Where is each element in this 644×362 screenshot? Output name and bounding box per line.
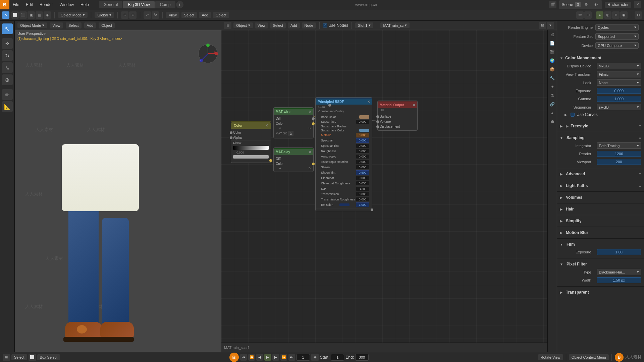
- particles-icon[interactable]: ✦: [549, 83, 556, 90]
- scene-settings-btn[interactable]: ⚙: [583, 1, 590, 8]
- vp-view-menu[interactable]: View: [50, 22, 63, 28]
- view-layer-icon[interactable]: 📄: [549, 40, 556, 47]
- view-transform-dropdown[interactable]: Filmic ▾: [597, 71, 641, 77]
- freestyle-header[interactable]: ▶ ▶ Freestyle ≡: [560, 122, 641, 130]
- end-frame-input[interactable]: [355, 354, 369, 361]
- constraints-icon[interactable]: 🔗: [549, 101, 556, 108]
- hair-header[interactable]: ▶ Hair: [560, 205, 641, 213]
- select-bottom-btn[interactable]: Select: [11, 354, 27, 360]
- node-header-icon[interactable]: ⊞: [224, 22, 231, 29]
- gizmo-btn[interactable]: ⊟: [635, 11, 642, 19]
- object-menu[interactable]: Object: [213, 12, 229, 18]
- node-icon-1[interactable]: ⊡: [539, 22, 546, 29]
- start-frame-input[interactable]: [331, 354, 344, 361]
- node-add-btn[interactable]: Add: [288, 22, 300, 28]
- physics-icon[interactable]: ⚗: [549, 92, 556, 99]
- use-curves-checkbox[interactable]: [571, 113, 575, 117]
- object-props-icon[interactable]: 📦: [549, 66, 556, 73]
- use-curves-arrow[interactable]: ▶: [565, 113, 567, 117]
- tab-general[interactable]: General: [99, 1, 123, 8]
- use-nodes-checkbox[interactable]: [323, 23, 327, 27]
- move-btn[interactable]: ⤢: [144, 11, 151, 19]
- view-menu[interactable]: View: [166, 12, 179, 18]
- vp-select-menu[interactable]: Select: [66, 22, 82, 28]
- prev-frame-btn[interactable]: ◀: [256, 354, 263, 361]
- modifier-icon[interactable]: 🔧: [549, 74, 556, 82]
- viewport-samples-value[interactable]: 200: [597, 159, 641, 165]
- display-device-dropdown[interactable]: sRGB ▾: [597, 63, 641, 69]
- exposure-value[interactable]: 0.000: [597, 88, 641, 94]
- timeline-icon[interactable]: ⊞: [3, 354, 10, 361]
- sequencer-dropdown[interactable]: sRGB ▾: [597, 104, 641, 110]
- tab-big3dview[interactable]: Big 3D View: [123, 1, 154, 8]
- topbar-close-btn[interactable]: ✕: [634, 1, 641, 8]
- node-node-btn[interactable]: Node: [302, 22, 316, 28]
- device-dropdown[interactable]: GPU Compute ▾: [595, 42, 639, 49]
- render-engine-dropdown[interactable]: Cycles ▾: [595, 24, 639, 31]
- select-tool-btn[interactable]: ↖: [2, 11, 9, 19]
- transform-dropdown[interactable]: Global ▾: [95, 12, 114, 18]
- menu-file[interactable]: File: [9, 0, 22, 9]
- material-icon[interactable]: ⬟: [549, 118, 556, 125]
- node-select-btn[interactable]: Select: [270, 22, 286, 28]
- viewport-mode-1[interactable]: ⬜: [11, 11, 19, 19]
- select-menu[interactable]: Select: [181, 12, 197, 18]
- viewport-mode-3[interactable]: ▣: [28, 11, 35, 19]
- add-workspace-btn[interactable]: +: [176, 1, 183, 8]
- prop-edit-btn[interactable]: ⊙: [129, 11, 137, 19]
- pf-type-dropdown[interactable]: Blackman-Har... ▾: [597, 269, 641, 275]
- snap-btn[interactable]: ⊕: [121, 11, 128, 19]
- menu-edit[interactable]: Edit: [22, 0, 36, 9]
- viewport-mode-2[interactable]: ⬛: [19, 11, 27, 19]
- rotate-btn[interactable]: ↻: [152, 11, 159, 19]
- scale-tool[interactable]: ⤡: [2, 62, 13, 73]
- prev-keyframe-btn[interactable]: ⏪: [248, 354, 255, 361]
- film-exposure-value[interactable]: 1.00: [597, 249, 641, 255]
- next-frame-btn[interactable]: ▶: [272, 354, 279, 361]
- jump-start-btn[interactable]: ⏮: [240, 354, 247, 361]
- tab-comp[interactable]: Comp: [155, 1, 175, 8]
- menu-render[interactable]: Render: [36, 0, 56, 9]
- slot-dropdown[interactable]: Slot 1 ▾: [355, 22, 373, 28]
- jump-end-btn[interactable]: ⏭: [288, 354, 295, 361]
- pf-width-value[interactable]: 1.50 px: [597, 277, 641, 283]
- scene-view-btn[interactable]: 👁: [592, 1, 599, 8]
- wireframe-btn[interactable]: ◎: [604, 11, 611, 19]
- node-object-dd[interactable]: Object ▾: [233, 22, 253, 28]
- vp-object-menu[interactable]: Object: [99, 22, 115, 28]
- color-management-header[interactable]: ▼ Color Management: [560, 54, 641, 62]
- world-props-icon[interactable]: 🌍: [549, 57, 556, 64]
- menu-help[interactable]: Help: [77, 0, 92, 9]
- menu-window[interactable]: Window: [56, 0, 77, 9]
- data-props-icon[interactable]: ▲: [549, 109, 556, 117]
- mat-dropdown[interactable]: MAT-rain_sc ▾: [380, 22, 410, 28]
- advanced-header[interactable]: ▶ Advanced ≡: [560, 170, 641, 178]
- add-menu[interactable]: Add: [199, 12, 211, 18]
- render-preview-btn[interactable]: ⊛: [612, 11, 620, 19]
- film-header[interactable]: ▼ Film: [560, 241, 641, 248]
- pixel-filter-header[interactable]: ▼ Pixel Filter: [560, 260, 641, 268]
- integrator-dropdown[interactable]: Path Tracing ▾: [597, 142, 641, 149]
- viewport-mode-5[interactable]: ◈: [44, 11, 51, 19]
- scene-props-icon[interactable]: 🎬: [549, 48, 556, 56]
- volumes-header[interactable]: ▶ Volumes: [560, 194, 641, 201]
- vp-add-menu[interactable]: Add: [84, 22, 96, 28]
- render-samples-value[interactable]: 1200: [597, 151, 641, 157]
- current-frame-input[interactable]: [297, 354, 310, 361]
- transform-tool[interactable]: ⊕: [2, 74, 13, 85]
- output-props-icon[interactable]: 🖨: [549, 31, 556, 38]
- rotate-view-btn[interactable]: Rotate View: [538, 354, 563, 360]
- gamma-value[interactable]: 1.000: [597, 96, 641, 102]
- node-icon-2[interactable]: ▾: [547, 22, 554, 29]
- simplify-header[interactable]: ▶ Simplify: [560, 217, 641, 225]
- motion-blur-header[interactable]: ▶ Motion Blur: [560, 229, 641, 236]
- mode-dropdown[interactable]: Object Mode ▾: [58, 12, 88, 18]
- render-icon-btn[interactable]: 🎬: [549, 1, 556, 8]
- cursor-tool[interactable]: ↖: [2, 23, 13, 34]
- xray-btn[interactable]: ⊞: [584, 11, 592, 19]
- measure-tool[interactable]: 📐: [2, 101, 13, 112]
- rotate-tool[interactable]: ↻: [2, 50, 13, 61]
- transparent-header[interactable]: ▶ Transparent: [560, 289, 641, 296]
- solid-mode-btn[interactable]: ●: [596, 11, 603, 19]
- play-btn[interactable]: ▶: [264, 354, 271, 361]
